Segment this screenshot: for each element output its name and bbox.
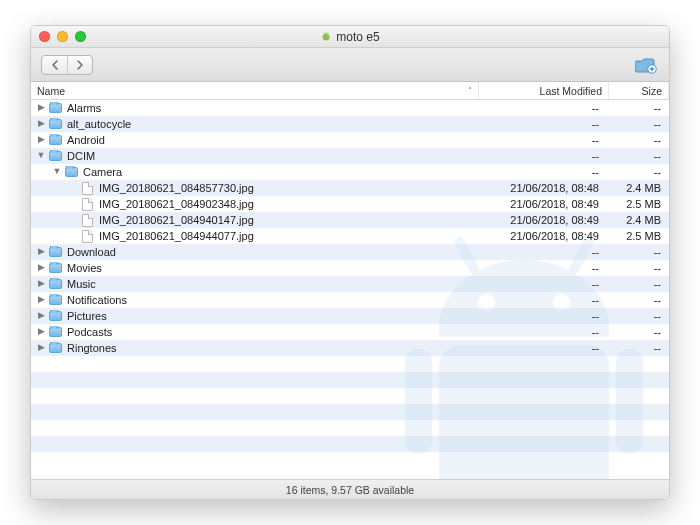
- table-row[interactable]: Alarms----: [31, 100, 669, 116]
- empty-row: [31, 452, 669, 468]
- file-icon: [82, 198, 93, 211]
- file-icon: [82, 182, 93, 195]
- file-transfer-window: moto e5 Name ˄ Last Modified: [30, 25, 670, 500]
- empty-row: [31, 356, 669, 372]
- cell-size: --: [609, 118, 669, 130]
- disclosure-right-icon[interactable]: [35, 310, 47, 320]
- file-icon: [82, 214, 93, 227]
- cell-name: Movies: [31, 262, 479, 274]
- table-row[interactable]: Music----: [31, 276, 669, 292]
- table-row[interactable]: Movies----: [31, 260, 669, 276]
- column-last-modified-label: Last Modified: [540, 85, 602, 97]
- cell-size: 2.4 MB: [609, 214, 669, 226]
- forward-button[interactable]: [67, 56, 92, 74]
- file-list[interactable]: Alarms----alt_autocycle----Android----DC…: [31, 100, 669, 479]
- table-row[interactable]: Download----: [31, 244, 669, 260]
- disclosure-right-icon[interactable]: [35, 342, 47, 352]
- cell-size: --: [609, 294, 669, 306]
- zoom-button[interactable]: [75, 31, 86, 42]
- cell-name: Download: [31, 246, 479, 258]
- folder-icon: [49, 247, 62, 257]
- disclosure-right-icon[interactable]: [35, 246, 47, 256]
- empty-row: [31, 404, 669, 420]
- svg-point-3: [327, 34, 328, 35]
- titlebar[interactable]: moto e5: [31, 26, 669, 48]
- cell-last-modified: --: [479, 102, 609, 114]
- table-row[interactable]: Pictures----: [31, 308, 669, 324]
- table-row[interactable]: Podcasts----: [31, 324, 669, 340]
- cell-size: --: [609, 102, 669, 114]
- table-row[interactable]: Camera----: [31, 164, 669, 180]
- cell-last-modified: --: [479, 166, 609, 178]
- cell-size: --: [609, 134, 669, 146]
- cell-last-modified: 21/06/2018, 08:49: [479, 198, 609, 210]
- table-row[interactable]: Ringtones----: [31, 340, 669, 356]
- folder-icon: [49, 327, 62, 337]
- table-row[interactable]: IMG_20180621_084902348.jpg21/06/2018, 08…: [31, 196, 669, 212]
- cell-name: IMG_20180621_084944077.jpg: [31, 230, 479, 243]
- disclosure-down-icon[interactable]: [35, 150, 47, 160]
- window-title: moto e5: [31, 30, 669, 44]
- cell-last-modified: 21/06/2018, 08:49: [479, 230, 609, 242]
- item-name: Movies: [67, 262, 102, 274]
- disclosure-down-icon[interactable]: [51, 166, 63, 176]
- table-row[interactable]: IMG_20180621_084944077.jpg21/06/2018, 08…: [31, 228, 669, 244]
- column-last-modified[interactable]: Last Modified: [479, 82, 609, 99]
- sort-ascending-icon: ˄: [468, 86, 472, 95]
- column-headers: Name ˄ Last Modified Size: [31, 82, 669, 100]
- cell-last-modified: --: [479, 310, 609, 322]
- cell-size: --: [609, 326, 669, 338]
- cell-last-modified: --: [479, 294, 609, 306]
- table-row[interactable]: alt_autocycle----: [31, 116, 669, 132]
- cell-last-modified: --: [479, 246, 609, 258]
- table-row[interactable]: IMG_20180621_084940147.jpg21/06/2018, 08…: [31, 212, 669, 228]
- column-name[interactable]: Name ˄: [31, 82, 479, 99]
- item-name: IMG_20180621_084902348.jpg: [99, 198, 254, 210]
- folder-icon: [49, 279, 62, 289]
- svg-point-2: [325, 34, 326, 35]
- disclosure-right-icon[interactable]: [35, 262, 47, 272]
- disclosure-right-icon[interactable]: [35, 294, 47, 304]
- folder-icon: [49, 343, 62, 353]
- empty-row: [31, 372, 669, 388]
- cell-name: Alarms: [31, 102, 479, 114]
- folder-icon: [49, 135, 62, 145]
- item-name: alt_autocycle: [67, 118, 131, 130]
- table-row[interactable]: Android----: [31, 132, 669, 148]
- cell-size: --: [609, 150, 669, 162]
- disclosure-right-icon[interactable]: [35, 278, 47, 288]
- folder-icon: [65, 167, 78, 177]
- disclosure-right-icon[interactable]: [35, 102, 47, 112]
- toolbar: [31, 48, 669, 82]
- item-name: Camera: [83, 166, 122, 178]
- folder-icon: [49, 119, 62, 129]
- item-name: Music: [67, 278, 96, 290]
- status-text: 16 items, 9.57 GB available: [286, 484, 414, 496]
- new-folder-button[interactable]: [633, 54, 659, 76]
- traffic-lights: [39, 31, 86, 42]
- cell-last-modified: 21/06/2018, 08:48: [479, 182, 609, 194]
- close-button[interactable]: [39, 31, 50, 42]
- cell-size: 2.5 MB: [609, 230, 669, 242]
- item-name: DCIM: [67, 150, 95, 162]
- column-size[interactable]: Size: [609, 82, 669, 99]
- disclosure-right-icon[interactable]: [35, 118, 47, 128]
- table-row[interactable]: DCIM----: [31, 148, 669, 164]
- cell-size: 2.4 MB: [609, 182, 669, 194]
- nav-buttons: [41, 55, 93, 75]
- item-name: IMG_20180621_084940147.jpg: [99, 214, 254, 226]
- cell-size: --: [609, 166, 669, 178]
- table-row[interactable]: Notifications----: [31, 292, 669, 308]
- table-row[interactable]: IMG_20180621_084857730.jpg21/06/2018, 08…: [31, 180, 669, 196]
- disclosure-right-icon[interactable]: [35, 326, 47, 336]
- empty-row: [31, 436, 669, 452]
- cell-name: IMG_20180621_084902348.jpg: [31, 198, 479, 211]
- back-button[interactable]: [42, 56, 67, 74]
- cell-last-modified: --: [479, 326, 609, 338]
- disclosure-right-icon[interactable]: [35, 134, 47, 144]
- empty-row: [31, 388, 669, 404]
- cell-size: --: [609, 262, 669, 274]
- cell-size: --: [609, 246, 669, 258]
- minimize-button[interactable]: [57, 31, 68, 42]
- item-name: Alarms: [67, 102, 101, 114]
